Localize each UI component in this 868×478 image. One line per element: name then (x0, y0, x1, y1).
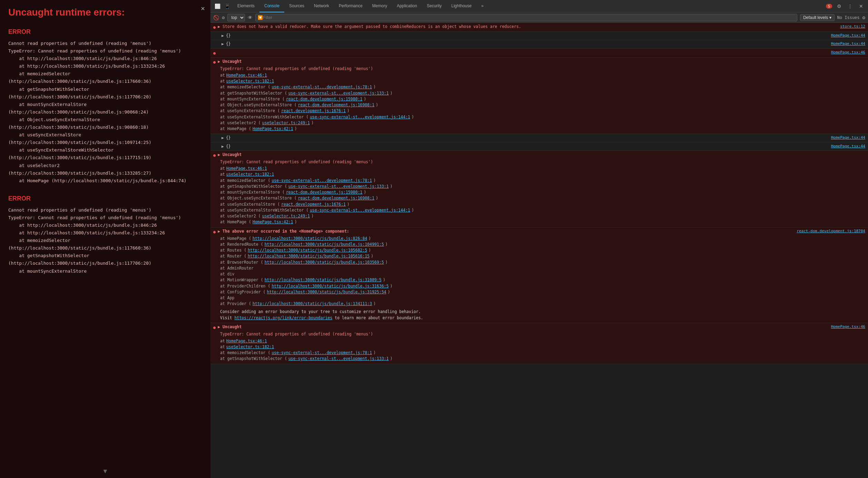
entry-location[interactable]: HomePage.tsx:44 (831, 41, 865, 47)
entry-location[interactable]: HomePage.tsx:46 (831, 50, 865, 56)
stack-link[interactable]: HomePage.tsx:46:1 (226, 72, 267, 78)
stack-link[interactable]: http://localhost:3000/static/js/bundle.j… (248, 253, 369, 259)
stack-link[interactable]: useSelector.ts:182:1 (226, 344, 274, 350)
expand-icon[interactable]: ▶ (221, 41, 224, 47)
stack-link[interactable]: http://localhost:3000/static/js/bundle.j… (265, 277, 382, 283)
stack-line: at useSyncExternalStoreWithSelector (use… (220, 207, 865, 213)
filter-input[interactable] (263, 15, 795, 20)
expand-icon[interactable]: ▶ (221, 144, 224, 149)
stack-link[interactable]: use-sync-external-st...evelopment.js:144… (310, 207, 410, 213)
default-levels-button[interactable]: Default levels ▾ (800, 14, 834, 21)
error-icon: ● (213, 50, 216, 56)
clear-console-icon[interactable]: 🚫 (213, 15, 219, 20)
stack-link[interactable]: react.development.js:1676:1 (281, 108, 346, 114)
stack-link[interactable]: http://localhost:3000/static/js/bundle.j… (253, 301, 372, 307)
console-entry-obj2: ▶ {} HomePage.tsx:44 (210, 40, 868, 48)
devtools-panel: ⬜ 📱 Elements Console Sources Network Per… (210, 0, 868, 478)
stack-link[interactable]: react-dom.development.js:15980:1 (286, 189, 363, 195)
uncaught-header[interactable]: ▶ Uncaught (218, 324, 241, 330)
entry-location[interactable]: HomePage.tsx:44 (831, 33, 865, 39)
close-button[interactable]: × (201, 4, 205, 12)
stack-line: at useSyncExternalStore (react.developme… (220, 202, 865, 207)
close-devtools-icon[interactable]: ✕ (857, 2, 865, 10)
entry-location[interactable]: store.ts:12 (840, 24, 865, 30)
tab-performance[interactable]: Performance (334, 0, 367, 12)
stack-link[interactable]: http://localhost:3000/static/js/bundle.j… (253, 236, 367, 242)
error-boundary-link[interactable]: https://reactjs.org/link/error-boundarie… (235, 315, 333, 320)
stack-link[interactable]: http://localhost:3000/static/js/bundle.j… (272, 283, 388, 289)
stack-link[interactable]: use-sync-external-st...evelopment.js:133… (288, 356, 389, 362)
stack-link[interactable]: HomePage.tsx:42:1 (253, 126, 293, 132)
stack-line: at getSnapshotWithSelector (use-sync-ext… (220, 90, 865, 96)
stack-line: at memoizedSelector (use-sync-external-s… (220, 178, 865, 184)
tab-more[interactable]: » (476, 0, 489, 12)
stack-link[interactable]: react-dom.development.js:15980:1 (286, 96, 363, 102)
stack-link[interactable]: use-sync-external-st...evelopment.js:133… (288, 184, 389, 189)
stack-link[interactable]: use-sync-external-st...development.js:78… (272, 350, 372, 356)
more-icon[interactable]: ⋮ (846, 2, 854, 10)
stack-link[interactable]: react-dom.development.js:16908:1 (298, 102, 375, 108)
console-entry-store-error: ● ▶ Store does not have a valid reducer.… (210, 23, 868, 32)
entry-location[interactable]: react-dom.development.js:18704 (797, 228, 865, 234)
entry-location[interactable]: HomePage.tsx:44 (831, 135, 865, 141)
stack-link[interactable]: use-sync-external-st...development.js:78… (272, 178, 372, 184)
stack-line: at Router (http://localhost:3000/static/… (220, 253, 865, 259)
stack-link[interactable]: useSelector.ts:249:1 (262, 213, 310, 219)
tab-memory[interactable]: Memory (367, 0, 392, 12)
stack-line: at Provider (http://localhost:3000/stati… (220, 301, 865, 307)
uncaught-header[interactable]: ▶ Uncaught (218, 152, 241, 158)
stack-line: at Routes (http://localhost:3000/static/… (220, 247, 865, 253)
tab-security[interactable]: Security (422, 0, 446, 12)
block-icon[interactable]: ⊘ (222, 15, 225, 20)
stack-line: at ConfigProvider (http://localhost:3000… (220, 289, 865, 295)
tab-network[interactable]: Network (309, 0, 334, 12)
tab-lighthouse[interactable]: Lighthouse (446, 0, 476, 12)
stack-link[interactable]: http://localhost:3000/static/js/bundle.j… (248, 247, 367, 253)
stack-link[interactable]: HomePage.tsx:46:1 (226, 166, 267, 172)
stack-link[interactable]: use-sync-external-st...development.js:78… (272, 84, 372, 90)
entry-location[interactable]: HomePage.tsx:44 (831, 144, 865, 149)
expand-icon[interactable]: ▶ (221, 33, 224, 39)
device-icon[interactable]: 📱 (223, 2, 231, 10)
stack-line: at RenderedRoute (http://localhost:3000/… (220, 242, 865, 247)
stack-link[interactable]: useSelector.ts:182:1 (226, 78, 274, 84)
error-badge: 5 (826, 4, 832, 9)
stack-block: TypeError: Cannot read properties of und… (213, 65, 865, 133)
consider-text: Consider adding an error boundary to you… (213, 308, 865, 322)
tab-console[interactable]: Console (259, 0, 284, 12)
context-selector[interactable]: top (227, 14, 245, 21)
devtools-tabs: Elements Console Sources Network Perform… (233, 0, 489, 12)
inspect-icon[interactable]: ⬜ (213, 2, 221, 10)
stack-link[interactable]: react.development.js:1676:1 (281, 202, 346, 207)
stack-line: at mountSyncExternalStore (react-dom.dev… (220, 189, 865, 195)
tab-sources[interactable]: Sources (284, 0, 309, 12)
stack-link[interactable]: react-dom.development.js:16908:1 (298, 195, 375, 201)
settings-icon-right[interactable]: ⚙ (862, 15, 865, 20)
expand-icon[interactable]: ▶ (221, 135, 224, 141)
stack-line: at memoizedSelector (use-sync-external-s… (220, 350, 865, 356)
stack-link[interactable]: useSelector.ts:249:1 (262, 120, 310, 126)
stack-line: at HomePage.tsx:46:1 (220, 72, 865, 78)
stack-link[interactable]: http://localhost:3000/static/js/bundle.j… (267, 289, 386, 295)
stack-link[interactable]: http://localhost:3000/static/js/bundle.j… (265, 242, 384, 247)
above-error-header[interactable]: ▶ The above error occurred in the <HomeP… (218, 228, 349, 234)
stack-link[interactable]: http://localhost:3000/static/js/bundle.j… (265, 260, 384, 265)
stack-link[interactable]: useSelector.ts:182:1 (226, 172, 274, 177)
error-icon: ● (213, 229, 216, 235)
tab-application[interactable]: Application (392, 0, 422, 12)
stack-link[interactable]: use-sync-external-st...evelopment.js:133… (288, 90, 389, 96)
settings-icon[interactable]: ⚙ (835, 2, 843, 10)
tab-elements[interactable]: Elements (233, 0, 259, 12)
console-content[interactable]: ● ▶ Store does not have a valid reducer.… (210, 23, 868, 478)
stack-link[interactable]: HomePage.tsx:46:1 (226, 338, 267, 344)
entry-location[interactable]: HomePage.tsx:46 (831, 324, 865, 330)
stack-link[interactable]: HomePage.tsx:42:1 (253, 219, 293, 225)
stack-line: at AdminRouter (220, 265, 865, 271)
eye-icon[interactable]: 👁 (248, 15, 253, 20)
entry-text: ▶ Store does not have a valid reducer. M… (218, 24, 838, 30)
stack-line: at HomePage.tsx:46:1 (220, 166, 865, 172)
stack-line: at ProviderChildren (http://localhost:30… (220, 283, 865, 289)
stack-link[interactable]: use-sync-external-st...evelopment.js:144… (310, 114, 410, 120)
no-issues-label: No Issues (837, 15, 860, 20)
uncaught-header[interactable]: ▶ Uncaught (218, 59, 241, 65)
